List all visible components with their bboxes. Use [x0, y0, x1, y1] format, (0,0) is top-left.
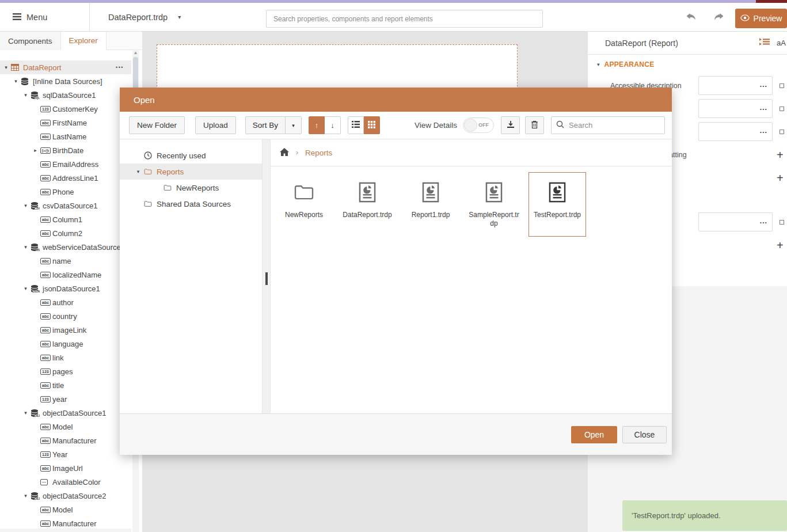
upload-button[interactable]: Upload: [195, 116, 236, 134]
file-item[interactable]: TestReport.trdp: [529, 172, 586, 237]
caret-down-icon[interactable]: ▾: [11, 78, 21, 84]
tree-item[interactable]: abcModel: [0, 420, 131, 434]
property-input[interactable]: •••: [698, 76, 773, 95]
close-button[interactable]: Close: [622, 426, 667, 443]
property-input[interactable]: •••: [698, 99, 773, 118]
tree-item[interactable]: ▾WSwebServiceDataSource1: [0, 240, 131, 254]
tree-item[interactable]: abccountry: [0, 309, 131, 323]
file-item[interactable]: Report1.trdp: [402, 172, 459, 237]
tree-item[interactable]: ⋯AvailableColor: [0, 475, 131, 489]
expression-checkbox[interactable]: [780, 107, 784, 111]
dialog-tree-item[interactable]: NewReports: [120, 180, 262, 196]
splitter[interactable]: [262, 139, 271, 413]
dialog-tree-item[interactable]: Recently used: [120, 147, 262, 164]
expression-checkbox[interactable]: [780, 83, 784, 88]
list-view-button[interactable]: [348, 116, 364, 134]
caret-right-icon[interactable]: ▸: [31, 147, 40, 153]
tree-item[interactable]: abcFirstName: [0, 116, 131, 130]
tree-item[interactable]: abcEmailAddress: [0, 157, 131, 171]
undo-button[interactable]: [681, 9, 701, 26]
caret-down-icon[interactable]: ▾: [132, 169, 144, 174]
file-item[interactable]: NewReports: [275, 172, 333, 237]
tree-item[interactable]: ▾JSONjsonDataSource1: [0, 282, 131, 295]
grid-view-button[interactable]: [364, 116, 380, 134]
item-menu-icon[interactable]: •••: [113, 63, 127, 72]
add-item-button[interactable]: +: [777, 240, 784, 251]
new-folder-button[interactable]: New Folder: [129, 116, 185, 134]
caret-down-icon[interactable]: ▾: [21, 203, 31, 208]
tree-item[interactable]: ▾OBJobjectDataSource1: [0, 406, 131, 420]
tree-item[interactable]: abclanguage: [0, 337, 131, 351]
tree-item[interactable]: 123pages: [0, 364, 131, 378]
document-title-dropdown[interactable]: DataReport.trdp ▾: [108, 3, 181, 31]
tree-item[interactable]: 123CustomerKey: [0, 102, 131, 116]
menu-button[interactable]: Menu: [0, 3, 90, 31]
browser-accent-strip: [0, 0, 787, 3]
preview-button[interactable]: Preview: [735, 9, 787, 28]
expression-checkbox[interactable]: [780, 220, 784, 225]
dialog-tree-item[interactable]: ▾Reports: [120, 164, 262, 180]
sort-ascending-button[interactable]: ↑: [309, 116, 325, 134]
ellipsis-button[interactable]: •••: [760, 219, 767, 225]
tree-item[interactable]: abcColumn2: [0, 226, 131, 240]
appearance-section-header[interactable]: ▾ APPEARANCE: [588, 55, 787, 74]
tree-item[interactable]: abclink: [0, 351, 131, 364]
tree-item[interactable]: ▾[Inline Data Sources]: [0, 74, 131, 88]
sort-by-dropdown-button[interactable]: ▾: [286, 116, 302, 134]
tree-item[interactable]: abcColumn1: [0, 212, 131, 226]
tree-item[interactable]: abcManufacturer: [0, 516, 131, 529]
tree-item[interactable]: ▾SQLsqlDataSource1: [0, 88, 131, 102]
ellipsis-button[interactable]: •••: [760, 83, 767, 88]
tree-item[interactable]: abclocalizedName: [0, 268, 131, 282]
caret-down-icon[interactable]: ▾: [1, 64, 11, 70]
tree-item[interactable]: 123Year: [0, 447, 131, 461]
tree-item[interactable]: abcImageUrl: [0, 461, 131, 475]
tab-explorer[interactable]: Explorer: [61, 32, 107, 50]
tree-hscrollbar[interactable]: [0, 529, 131, 532]
caret-down-icon[interactable]: ▾: [21, 286, 31, 291]
tree-item[interactable]: ▾OBJobjectDataSource2: [0, 489, 131, 503]
tree-item[interactable]: ▸▷◷BirthDate: [0, 143, 131, 157]
file-item[interactable]: DataReport.trdp: [339, 172, 396, 237]
ellipsis-button[interactable]: •••: [760, 129, 767, 134]
tree-item[interactable]: abctitle: [0, 378, 131, 392]
sort-descending-button[interactable]: ↓: [325, 116, 341, 134]
caret-down-icon[interactable]: ▾: [21, 244, 31, 250]
tree-item[interactable]: abcname: [0, 254, 131, 268]
property-grouping-icon[interactable]: [759, 38, 770, 48]
tree-item[interactable]: ▾CSVcsvDataSource1: [0, 199, 131, 212]
font-size-toggle[interactable]: aA: [777, 39, 786, 47]
caret-down-icon[interactable]: ▾: [21, 493, 31, 499]
sort-by-button[interactable]: Sort By: [245, 116, 286, 134]
global-search-input[interactable]: [266, 10, 543, 28]
tree-item[interactable]: abcAddressLine1: [0, 171, 131, 185]
download-button[interactable]: [501, 116, 520, 134]
add-item-button[interactable]: +: [777, 172, 784, 184]
caret-down-icon[interactable]: ▾: [21, 410, 31, 416]
redo-button[interactable]: [709, 9, 728, 26]
tree-item[interactable]: abcLastName: [0, 130, 131, 143]
tree-item[interactable]: 123year: [0, 392, 131, 406]
breadcrumb-current[interactable]: Reports: [305, 149, 332, 157]
property-input[interactable]: •••: [698, 212, 773, 231]
tree-item[interactable]: ▾DataReport•••: [0, 60, 131, 74]
file-item[interactable]: SampleReport.trdp: [465, 172, 523, 237]
home-icon[interactable]: [280, 148, 289, 158]
tree-item[interactable]: abcPhone: [0, 185, 131, 199]
add-item-button[interactable]: +: [777, 149, 784, 161]
open-button[interactable]: Open: [571, 426, 617, 443]
delete-button[interactable]: [525, 116, 544, 134]
caret-down-icon[interactable]: ▾: [21, 92, 31, 98]
tree-item[interactable]: abcimageLink: [0, 323, 131, 337]
dialog-search-input[interactable]: [569, 121, 660, 130]
scroll-up-icon[interactable]: ▲: [132, 50, 139, 55]
tree-item[interactable]: abcauthor: [0, 295, 131, 309]
dialog-tree-item[interactable]: Shared Data Sources: [120, 196, 262, 212]
expression-checkbox[interactable]: [780, 130, 784, 134]
tab-components[interactable]: Components: [0, 32, 61, 50]
tree-item[interactable]: abcManufacturer: [0, 434, 131, 447]
property-input[interactable]: •••: [698, 122, 773, 141]
tree-item[interactable]: abcModel: [0, 503, 131, 516]
ellipsis-button[interactable]: •••: [760, 106, 767, 111]
view-details-toggle[interactable]: OFF: [463, 117, 494, 133]
